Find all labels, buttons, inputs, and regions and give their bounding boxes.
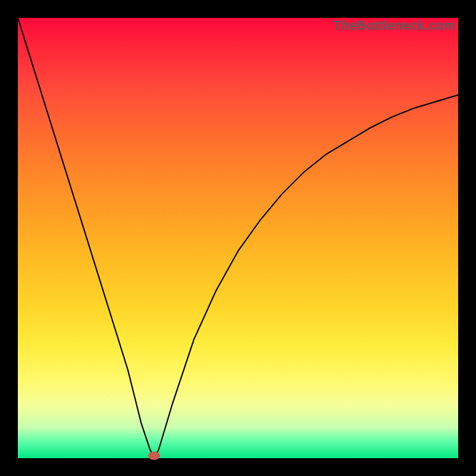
minimum-marker — [148, 452, 160, 460]
plot-area: TheBottleneck.com — [18, 18, 458, 458]
chart-frame: TheBottleneck.com — [0, 0, 476, 476]
bottleneck-curve — [18, 18, 458, 458]
